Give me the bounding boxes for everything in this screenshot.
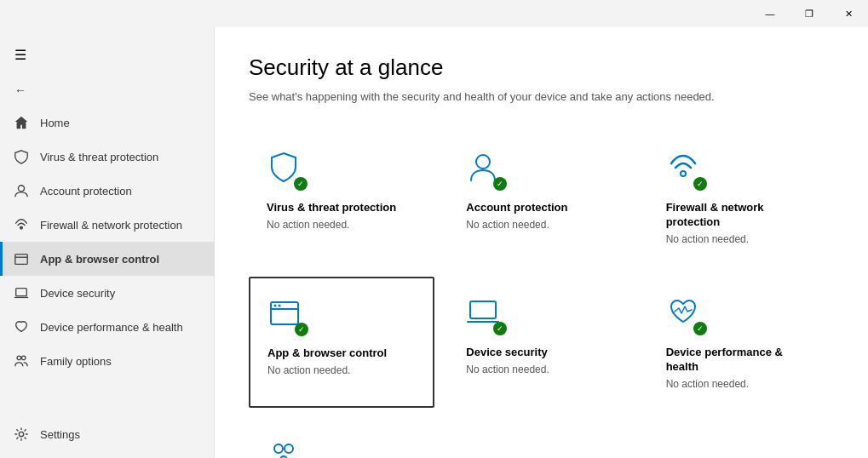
sidebar-item-settings[interactable]: Settings [0,417,214,451]
hamburger-button[interactable]: ☰ [0,34,41,75]
svg-rect-14 [470,301,496,318]
sidebar-item-device[interactable]: Device security [0,276,214,310]
check-badge-virus: ✓ [294,177,308,191]
check-badge-browser: ✓ [295,323,308,336]
restore-button[interactable]: ❐ [790,0,829,27]
browser-card-status: No action needed. [267,364,416,376]
sidebar-top: ☰ ← Home Virus & th [0,27,214,385]
account-card-status: No action needed. [466,219,616,231]
minimize-button[interactable]: — [750,0,790,27]
shield-icon [13,148,30,165]
sidebar-item-family-label: Family options [40,355,112,368]
svg-point-8 [476,155,490,169]
svg-rect-4 [16,289,27,296]
settings-icon [13,426,30,443]
browser-card[interactable]: ✓ App & browser control No action needed… [249,277,434,408]
hamburger-icon: ☰ [14,47,26,63]
sidebar-item-home[interactable]: Home [0,106,214,140]
sidebar-item-virus[interactable]: Virus & threat protection [0,140,214,174]
device-card-title: Device security [466,346,616,360]
health-card[interactable]: ✓ Device performance & health No action … [648,277,834,408]
health-card-status: No action needed. [666,378,816,390]
page-title: Security at a glance [249,54,834,81]
account-card[interactable]: ✓ Account protection No action needed. [448,132,634,263]
firewall-card-title: Firewall & network protection [666,201,816,230]
svg-point-1 [20,226,23,229]
heart-icon [13,318,30,335]
sidebar-bottom: Settings [0,417,214,458]
wifi-icon [13,216,30,233]
family-card[interactable]: Family options Manage how your family us… [249,421,434,458]
svg-point-17 [285,444,293,453]
sidebar: ☰ ← Home Virus & th [0,27,215,458]
device-card[interactable]: ✓ Device security No action needed. [448,277,634,408]
page-description: See what's happening with the security a… [249,89,834,105]
back-button[interactable]: ← [0,75,41,106]
svg-point-7 [19,432,23,436]
check-badge-firewall: ✓ [693,177,707,191]
titlebar: — ❐ ✕ [0,0,868,27]
browser-card-icon: ✓ [267,295,308,336]
svg-rect-2 [15,255,27,265]
firewall-card-status: No action needed. [666,233,816,245]
sidebar-item-health-label: Device performance & health [40,321,183,334]
close-button[interactable]: ✕ [829,0,868,27]
person-icon [13,182,30,199]
check-badge-health: ✓ [693,322,707,335]
svg-point-12 [274,304,277,306]
sidebar-item-device-label: Device security [40,287,115,300]
browser-icon [13,250,30,267]
sidebar-item-family[interactable]: Family options [0,344,214,378]
family-card-icon [267,439,308,458]
check-badge-device: ✓ [493,322,507,335]
svg-point-16 [274,444,283,453]
virus-card-title: Virus & threat protection [267,201,417,215]
sidebar-item-firewall[interactable]: Firewall & network protection [0,208,214,242]
sidebar-item-account-label: Account protection [40,185,132,198]
svg-point-6 [21,356,26,360]
sidebar-item-virus-label: Virus & threat protection [40,151,158,163]
sidebar-item-browser[interactable]: App & browser control [0,242,214,276]
cards-grid: ✓ Virus & threat protection No action ne… [249,132,834,458]
browser-card-title: App & browser control [267,346,416,361]
app-container: ☰ ← Home Virus & th [0,27,868,458]
sidebar-item-settings-label: Settings [40,428,80,441]
main-content: Security at a glance See what's happenin… [215,27,868,458]
firewall-card-icon: ✓ [666,150,707,191]
virus-card[interactable]: ✓ Virus & threat protection No action ne… [249,132,434,263]
account-card-title: Account protection [466,201,616,215]
device-card-icon: ✓ [466,295,507,335]
firewall-card[interactable]: ✓ Firewall & network protection No actio… [648,132,834,263]
virus-card-icon: ✓ [267,150,308,191]
sidebar-item-account[interactable]: Account protection [0,174,214,208]
sidebar-item-firewall-label: Firewall & network protection [40,219,182,232]
svg-point-0 [18,186,24,192]
svg-point-13 [279,304,281,306]
sidebar-item-home-label: Home [40,117,70,129]
account-card-icon: ✓ [466,150,507,191]
svg-point-9 [681,171,686,176]
back-arrow-icon: ← [14,83,26,97]
device-card-status: No action needed. [466,364,616,375]
sidebar-item-browser-label: App & browser control [40,253,159,266]
virus-card-status: No action needed. [267,219,417,231]
check-badge-account: ✓ [493,177,507,191]
home-icon [13,114,30,131]
sidebar-item-health[interactable]: Device performance & health [0,310,214,344]
health-card-title: Device performance & health [666,346,816,375]
svg-point-5 [17,356,21,360]
family-icon [13,352,30,369]
health-card-icon: ✓ [666,295,707,335]
laptop-icon [13,284,30,301]
